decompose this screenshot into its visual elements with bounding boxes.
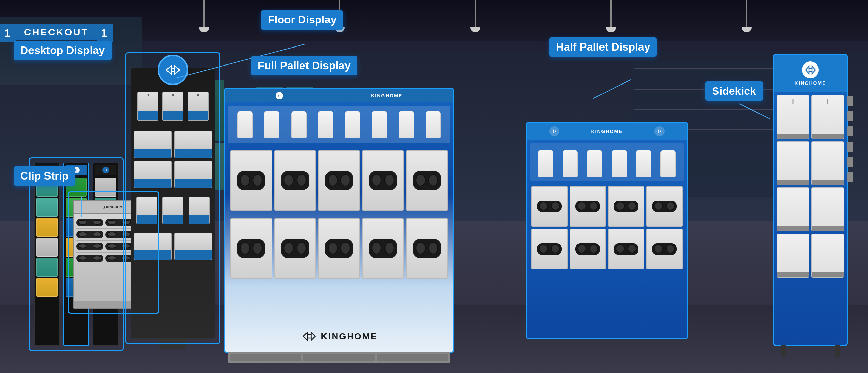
checkout-num-left: 1 bbox=[0, 24, 16, 42]
clip-strip-label: Clip Strip bbox=[14, 166, 75, 186]
desktop-display-label: Desktop Display bbox=[14, 41, 112, 60]
light-fixture bbox=[746, 0, 747, 27]
full-pallet-label: Full Pallet Display bbox=[251, 56, 357, 75]
full-pallet-unit: ⟨⟩ KINGHOME bbox=[224, 88, 454, 353]
half-pallet-label: Half Pallet Display bbox=[549, 37, 657, 57]
light-fixture bbox=[610, 0, 612, 27]
checkout-num-right: 1 bbox=[97, 24, 113, 42]
floor-display-outline bbox=[125, 52, 220, 344]
light-fixture bbox=[203, 0, 205, 27]
background-scene: 1 CHECKOUT 1 ⟨⟩ ⟨⟩ bbox=[0, 0, 868, 373]
light-fixture bbox=[475, 0, 476, 27]
checkout-label: CHECKOUT bbox=[24, 27, 89, 37]
sidekick-label: Sidekick bbox=[705, 81, 763, 101]
half-pallet-unit: ⟨⟩ KINGHOME ⟨⟩ bbox=[526, 122, 688, 339]
floor-display-label: Floor Display bbox=[261, 10, 343, 30]
sidekick-unit: KINGHOME bbox=[773, 54, 848, 346]
